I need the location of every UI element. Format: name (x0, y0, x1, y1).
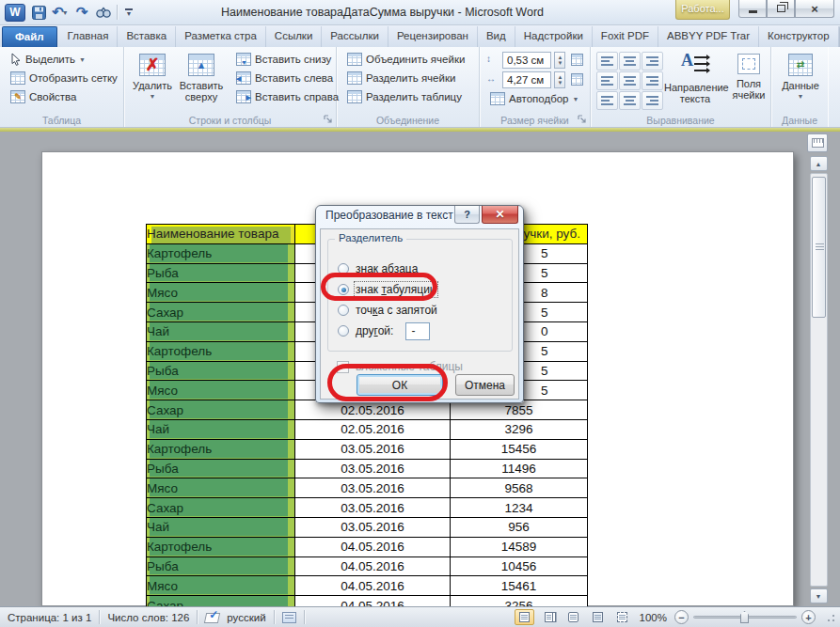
data-button[interactable]: ⇄ Данные▼ (777, 50, 824, 113)
table-header-cell[interactable]: Наименование товара (147, 225, 295, 244)
table-cell[interactable]: Рыба (147, 459, 295, 478)
align-cell-button-8[interactable] (619, 91, 641, 110)
find-icon[interactable] (95, 4, 112, 21)
table-cell[interactable]: Мясо (147, 381, 295, 400)
table-cell[interactable]: Сахар (147, 596, 295, 606)
split-cells-button[interactable]: Разделить ячейки (342, 69, 475, 87)
insert-below-button[interactable]: ▼ Вставить снизу (231, 50, 343, 69)
row-height-field[interactable]: 0,53 см (502, 52, 551, 69)
tab-вставка[interactable]: Вставка (118, 26, 176, 47)
table-cell[interactable]: 03.05.2016 (295, 439, 451, 459)
table-cell[interactable]: Сахар (147, 400, 295, 420)
column-width-spinner[interactable]: ▲▼ (554, 71, 565, 88)
radio-icon[interactable] (338, 325, 349, 337)
tab-рассылки[interactable]: Рассылки (322, 26, 388, 47)
zoom-slider[interactable] (693, 610, 797, 624)
insert-left-button[interactable]: ◀ Вставить слева (231, 69, 343, 87)
table-cell[interactable]: 1234 (451, 498, 588, 518)
table-cell[interactable]: Рыба (147, 556, 295, 576)
table-cell[interactable]: Картофель (147, 439, 295, 459)
align-cell-button-7[interactable] (596, 91, 618, 110)
table-cell[interactable]: Чай (147, 419, 295, 439)
word-count[interactable]: Число слов: 126 (107, 612, 189, 623)
table-cell[interactable]: Рыба (147, 361, 295, 381)
dialog-help-button[interactable]: ? (454, 206, 480, 224)
checkbox-icon[interactable]: ✓ (337, 361, 349, 373)
table-cell[interactable]: 11496 (451, 459, 588, 478)
table-cell[interactable]: 04.05.2016 (295, 576, 451, 596)
zoom-in-button[interactable]: + (801, 610, 816, 624)
radio-label[interactable]: другой: (356, 324, 393, 337)
align-cell-button-2[interactable] (619, 52, 641, 71)
table-cell[interactable]: Картофель (147, 243, 295, 263)
tab-главная[interactable]: Главная (59, 26, 119, 47)
text-direction-button[interactable]: A Направление текста (663, 50, 727, 113)
radio-label[interactable]: знак абзаца (356, 262, 418, 275)
select-button[interactable]: Выделить▼ (6, 50, 119, 69)
column-width-field[interactable]: 4,27 см (502, 71, 551, 88)
table-cell[interactable]: 02.05.2016 (295, 419, 451, 439)
ruler-toggle-button[interactable] (807, 133, 828, 152)
cancel-button[interactable]: Отмена (455, 374, 515, 396)
table-cell[interactable]: 3256 (451, 596, 588, 606)
align-cell-button-3[interactable] (642, 52, 663, 71)
scrollbar-track[interactable] (810, 173, 828, 587)
delete-button[interactable]: ✗ Удалить▼ (130, 50, 175, 113)
tab-конструктор[interactable]: Конструктор (759, 26, 839, 47)
scroll-up-button[interactable]: ▲ (810, 156, 828, 171)
insert-right-button[interactable]: ▶ Вставить справа (231, 87, 343, 106)
table-cell[interactable]: 04.05.2016 (295, 537, 451, 556)
dialog-close-button[interactable]: ✕ (482, 206, 518, 224)
radio-icon[interactable] (338, 284, 349, 295)
tab-вид[interactable]: Вид (478, 26, 515, 47)
table-cell[interactable]: 10456 (451, 556, 588, 576)
table-cell[interactable]: Чай (147, 321, 295, 341)
distribute-columns-button[interactable] (568, 71, 586, 88)
close-button[interactable]: × (795, 0, 834, 18)
web-layout-view-button[interactable] (563, 609, 583, 625)
radio-icon[interactable] (338, 305, 349, 316)
dialog-launcher-icon[interactable] (578, 115, 587, 124)
cell-margins-button[interactable]: Поля ячейки (727, 50, 770, 113)
radio-icon[interactable] (338, 263, 349, 274)
table-cell[interactable]: 03.05.2016 (295, 498, 451, 518)
table-properties-button[interactable]: ✎ Свойства (6, 87, 119, 106)
scrollbar-thumb[interactable] (812, 177, 826, 318)
row-height-spinner[interactable]: ▲▼ (554, 52, 565, 69)
table-cell[interactable]: Мясо (147, 283, 295, 303)
table-cell[interactable]: 15461 (451, 576, 588, 596)
tab-foxit-pdf[interactable]: Foxit PDF (593, 26, 658, 47)
draft-view-button[interactable] (612, 609, 632, 625)
table-cell[interactable]: Мясо (147, 576, 295, 596)
table-cell[interactable]: 9568 (451, 478, 588, 498)
resize-grip[interactable] (824, 611, 836, 623)
tab-рецензирован[interactable]: Рецензирован (388, 26, 478, 47)
minimize-button[interactable] (738, 0, 767, 18)
table-cell[interactable]: Чай (147, 517, 295, 537)
zoom-slider-thumb[interactable] (740, 611, 749, 623)
print-layout-view-button[interactable] (515, 609, 534, 625)
tab-разметка-стра[interactable]: Разметка стра (176, 26, 266, 47)
undo-icon[interactable]: ↶▼ (52, 4, 69, 21)
word-logo-icon[interactable]: W (5, 4, 25, 22)
outline-view-button[interactable] (588, 609, 608, 625)
radio-label[interactable]: знак табуляции (356, 283, 436, 296)
split-table-button[interactable]: Разделить таблицу (342, 87, 475, 106)
zoom-out-button[interactable]: − (674, 610, 689, 624)
other-separator-input[interactable]: - (405, 322, 430, 340)
ok-button[interactable]: ОК (357, 374, 443, 396)
table-cell[interactable]: Рыба (147, 263, 295, 283)
table-cell[interactable]: 03.05.2016 (295, 517, 451, 537)
table-cell[interactable]: Картофель (147, 341, 295, 361)
scroll-down-button[interactable]: ▼ (810, 588, 828, 603)
table-cell[interactable]: Мясо (147, 478, 295, 498)
radio-label[interactable]: точка с запятой (356, 304, 437, 317)
table-cell[interactable]: 03.05.2016 (295, 478, 451, 498)
language-indicator[interactable]: русский (227, 612, 265, 623)
table-cell[interactable]: 14589 (451, 537, 588, 556)
table-cell[interactable]: 3296 (451, 419, 588, 439)
align-cell-button-1[interactable] (596, 52, 618, 71)
track-changes-icon[interactable] (282, 612, 296, 623)
distribute-rows-button[interactable] (568, 51, 586, 69)
insert-above-button[interactable]: ▲ Вставить сверху (175, 50, 228, 113)
